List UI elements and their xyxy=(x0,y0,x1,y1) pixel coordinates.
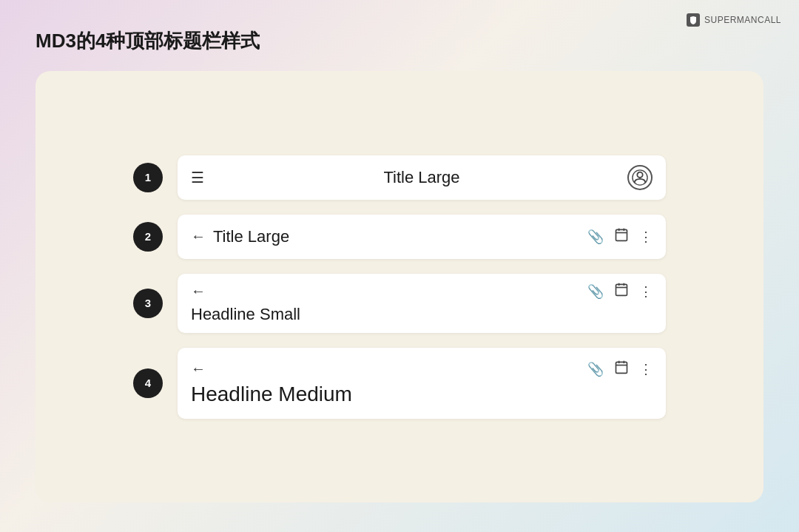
calendar-icon-3[interactable] xyxy=(614,282,629,300)
watermark-text: SUPERMANCALL xyxy=(704,15,781,25)
more-icon-3[interactable]: ⋮ xyxy=(639,283,653,300)
bar4-top-row: ← 📎 ⋮ xyxy=(191,360,653,378)
bar3-bottom-row: Headline Small xyxy=(191,305,653,324)
bar4-headline: Headline Medium xyxy=(191,383,352,405)
bar-row-2: 2 ← Title Large 📎 ⋮ xyxy=(133,215,666,259)
paperclip-icon-3[interactable]: 📎 xyxy=(587,283,604,300)
svg-rect-10 xyxy=(616,362,627,373)
bar-row-3: 3 ← 📎 ⋮ xyxy=(133,274,666,333)
menu-icon[interactable]: ☰ xyxy=(191,169,204,186)
bar-row-4: 4 ← 📎 ⋮ xyxy=(133,348,666,419)
app-bar-1: ☰ Title Large xyxy=(178,155,666,200)
bar-row-1: 1 ☰ Title Large xyxy=(133,155,666,200)
bar2-icons: 📎 ⋮ xyxy=(587,227,653,246)
svg-rect-2 xyxy=(616,229,627,240)
number-badge-2: 2 xyxy=(133,222,163,252)
watermark: SUPERMANCALL xyxy=(687,13,781,27)
paperclip-icon-2[interactable]: 📎 xyxy=(587,229,604,245)
number-badge-3: 3 xyxy=(133,289,163,318)
more-icon-4[interactable]: ⋮ xyxy=(639,361,653,377)
main-card: 1 ☰ Title Large 2 ← Title Large xyxy=(36,71,763,502)
back-icon-4[interactable]: ← xyxy=(191,360,206,377)
calendar-icon-4[interactable] xyxy=(614,360,629,378)
bar3-headline: Headline Small xyxy=(191,305,300,323)
back-icon-2[interactable]: ← xyxy=(191,228,206,245)
bar4-icons: 📎 ⋮ xyxy=(587,360,653,378)
bar1-title: Title Large xyxy=(383,168,459,187)
number-badge-1: 1 xyxy=(133,163,163,192)
app-bar-3: ← 📎 ⋮ Headline Small xyxy=(178,274,666,333)
app-bar-2: ← Title Large 📎 ⋮ xyxy=(178,215,666,259)
page-title: MD3的4种顶部标题栏样式 xyxy=(36,28,260,54)
bar4-bottom-row: Headline Medium xyxy=(191,383,653,406)
paperclip-icon-4[interactable]: 📎 xyxy=(587,361,604,377)
more-icon-2[interactable]: ⋮ xyxy=(639,229,653,245)
bar1-inner: ☰ Title Large xyxy=(191,165,653,190)
bar2-title: Title Large xyxy=(213,227,587,246)
bar3-top-row: ← 📎 ⋮ xyxy=(191,282,653,300)
app-bar-4: ← 📎 ⋮ Headline Medium xyxy=(178,348,666,419)
avatar-icon[interactable] xyxy=(627,165,653,190)
bar3-icons: 📎 ⋮ xyxy=(587,282,653,300)
calendar-icon-2[interactable] xyxy=(614,227,629,246)
svg-point-0 xyxy=(637,172,642,177)
svg-rect-6 xyxy=(616,284,627,295)
back-icon-3[interactable]: ← xyxy=(191,283,206,300)
brand-icon xyxy=(687,13,700,27)
number-badge-4: 4 xyxy=(133,368,163,398)
